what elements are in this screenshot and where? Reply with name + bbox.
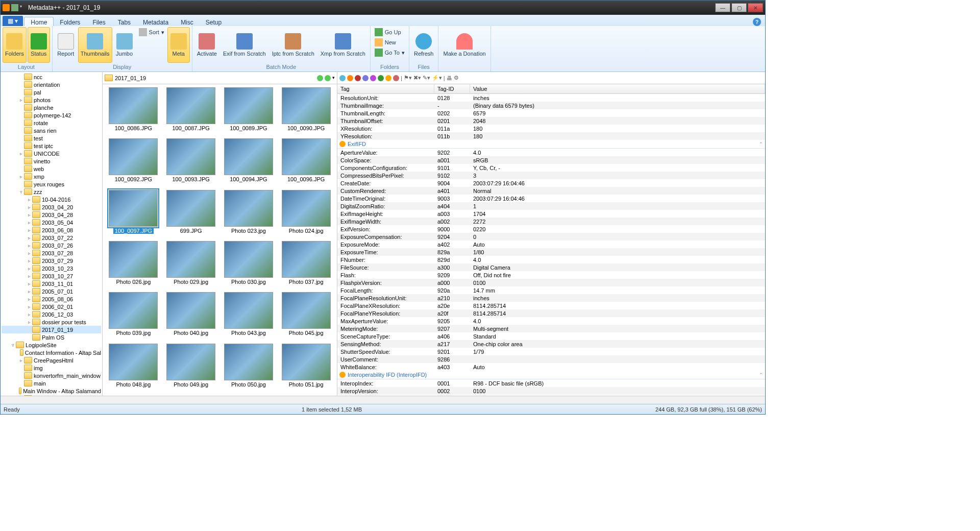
meta-row[interactable]: FileSource:a300Digital Camera (337, 263, 765, 271)
meta-row[interactable]: SceneCaptureType:a406Standard (337, 332, 765, 340)
filter-dot[interactable] (370, 75, 376, 81)
tree-item[interactable]: yeux rouges (2, 180, 101, 188)
nav-up-icon[interactable] (325, 75, 331, 81)
tree-item[interactable]: main (2, 379, 101, 387)
thumbnail[interactable]: 100_0092.JPG (106, 138, 161, 187)
tree-item[interactable]: img (2, 364, 101, 372)
meta-row[interactable]: YResolution:011b180 (337, 132, 765, 140)
thumbnail[interactable]: 100_0093.JPG (163, 138, 219, 187)
tree-item[interactable]: planche (2, 104, 101, 111)
dropdown-icon[interactable]: ▾ (20, 4, 24, 11)
tree-item[interactable]: ▹2003_07_28 (2, 249, 101, 257)
tree-item[interactable]: pal (2, 88, 101, 96)
tree-item[interactable]: ▹2003_04_28 (2, 211, 101, 219)
meta-row[interactable]: SensingMethod:a217One-chip color area (337, 340, 765, 348)
meta-row[interactable]: ExposureMode:a402Auto (337, 240, 765, 248)
meta-row[interactable]: ExifVersion:90000220 (337, 225, 765, 233)
activate-button[interactable]: Activate (194, 27, 219, 63)
status-button[interactable]: Status (28, 27, 50, 63)
minimize-button[interactable]: — (715, 3, 730, 12)
thumbnail[interactable]: 100_0096.JPG (278, 138, 334, 187)
meta-row[interactable]: InteropIndex:0001R98 - DCF basic file (s… (337, 379, 765, 387)
tree-item[interactable]: ▹2003_10_27 (2, 272, 101, 280)
thumbnail[interactable]: Photo 051.jpg (278, 344, 334, 393)
meta-row[interactable]: XResolution:011a180 (337, 125, 765, 132)
help-icon[interactable]: ? (753, 18, 761, 26)
meta-row[interactable]: FlashpixVersion:a0000100 (337, 279, 765, 286)
meta-row[interactable]: MeteringMode:9207Multi-segment (337, 325, 765, 332)
thumbnail[interactable]: Photo 040.jpg (163, 292, 219, 341)
thumbnail[interactable]: 100_0090.JPG (278, 87, 334, 136)
tree-item[interactable]: ▹2006_02_01 (2, 303, 101, 310)
meta-row[interactable]: ThumbnailImage:-(Binary data 6579 bytes) (337, 102, 765, 109)
tree-item[interactable]: ▿LogipoleSite (2, 341, 101, 349)
tree-item[interactable]: ▹UNICODE (2, 150, 101, 157)
meta-row[interactable]: ComponentsConfiguration:9101Y, Cb, Cr, - (337, 164, 765, 172)
meta-row[interactable]: CreateDate:90042003:07:29 16:04:46 (337, 179, 765, 187)
tree-item[interactable]: ▹2006_12_03 (2, 310, 101, 318)
filter-dot[interactable] (347, 75, 353, 81)
thumbnail[interactable]: Photo 039.jpg (106, 292, 161, 341)
tree-item[interactable]: ▹dossier pour tests (2, 318, 101, 326)
toolbar-btn[interactable]: ⚡▾ (432, 75, 442, 81)
xmp-scratch-button[interactable]: Xmp from Scratch (318, 27, 368, 63)
report-button[interactable]: Report (55, 27, 77, 63)
maximize-button[interactable]: ▢ (731, 3, 747, 12)
tree-item[interactable]: ▹2003_07_29 (2, 257, 101, 264)
thumbnail[interactable]: Photo 030.jpg (221, 241, 277, 290)
meta-row[interactable]: Flash:9209Off, Did not fire (337, 271, 765, 279)
meta-row[interactable]: FocalLength:920a14.7 mm (337, 286, 765, 294)
meta-row[interactable]: UserComment:9286 (337, 355, 765, 363)
section-exififd[interactable]: ExifIFD⌃ (337, 140, 765, 149)
metadata-table[interactable]: Tag Tag-ID Value ResolutionUnit:0128inch… (337, 84, 765, 396)
meta-row[interactable]: ShutterSpeedValue:92011/79 (337, 348, 765, 355)
meta-row[interactable]: WhiteBalance:a403Auto (337, 363, 765, 371)
tree-item[interactable]: rotate (2, 119, 101, 127)
meta-row[interactable]: CompressedBitsPerPixel:91023 (337, 172, 765, 179)
tree-item[interactable]: ▹10-04-2016 (2, 196, 101, 203)
meta-row[interactable]: ExposureCompensation:92040 (337, 233, 765, 240)
thumbnail[interactable]: 699.JPG (163, 190, 219, 239)
tree-item[interactable]: ▹2005_07_01 (2, 287, 101, 295)
tree-item[interactable]: ▹2003_10_23 (2, 264, 101, 272)
toolbar-btn[interactable]: ⚑▾ (404, 75, 412, 81)
meta-row[interactable]: FocalPlaneYResolution:a20f8114.285714 (337, 309, 765, 317)
meta-row[interactable]: ApertureValue:92024.0 (337, 149, 765, 156)
thumbnail[interactable]: 100_0086.JPG (106, 87, 161, 136)
tree-item[interactable]: ▹xmp (2, 173, 101, 180)
nav-icon[interactable] (317, 75, 323, 81)
thumbnail[interactable]: Photo 026.jpg (106, 241, 161, 290)
goup-button[interactable]: Go Up (373, 27, 407, 37)
thumbnails-button[interactable]: Thumbnails (78, 27, 112, 63)
meta-row[interactable]: FocalPlaneResolutionUnit:a210inches (337, 294, 765, 302)
close-button[interactable]: ✕ (748, 3, 763, 12)
filter-dot[interactable] (339, 75, 346, 81)
tree-item[interactable]: Palm OS (2, 333, 101, 341)
goto-button[interactable]: Go To ▾ (373, 47, 407, 58)
thumbnail[interactable]: Photo 023.jpg (221, 190, 277, 239)
jumbo-button[interactable]: Jumbo (113, 27, 136, 63)
file-button[interactable]: ▦ ▾ (3, 16, 23, 26)
tree-item[interactable]: test iptc (2, 142, 101, 150)
tree-item[interactable]: orientation (2, 81, 101, 88)
meta-row[interactable]: DigitalZoomRatio:a4041 (337, 202, 765, 210)
tree-item[interactable]: ▹2003_06_08 (2, 226, 101, 234)
meta-row[interactable]: ResolutionUnit:0128inches (337, 94, 765, 102)
thumbnail[interactable]: 100_0094.JPG (221, 138, 277, 187)
tree-item[interactable]: konvertorfm_main_window (2, 372, 101, 379)
thumbnail[interactable]: Photo 048.jpg (106, 344, 161, 393)
thumbnail[interactable]: Photo 037.jpg (278, 241, 334, 290)
tree-item[interactable]: ▹CreePagesHtml (2, 356, 101, 364)
folder-tree[interactable]: nccorientationpal▹photosplanchepolymerge… (1, 72, 103, 396)
new-button[interactable]: New (373, 37, 407, 47)
iptc-scratch-button[interactable]: Iptc from Scratch (270, 27, 317, 63)
tree-item[interactable]: ▹photos (2, 96, 101, 104)
thumbnail[interactable]: Photo 049.jpg (163, 344, 219, 393)
meta-row[interactable]: ExposureTime:829a1/80 (337, 248, 765, 256)
tree-item[interactable]: ▿zzz (2, 188, 101, 196)
thumbnail[interactable]: Photo 029.jpg (163, 241, 219, 290)
meta-row[interactable]: DateTimeOriginal:90032003:07:29 16:04:46 (337, 195, 765, 202)
tree-item[interactable]: test (2, 134, 101, 142)
tree-item[interactable]: web (2, 165, 101, 173)
tree-item[interactable]: polymerge-142 (2, 111, 101, 119)
